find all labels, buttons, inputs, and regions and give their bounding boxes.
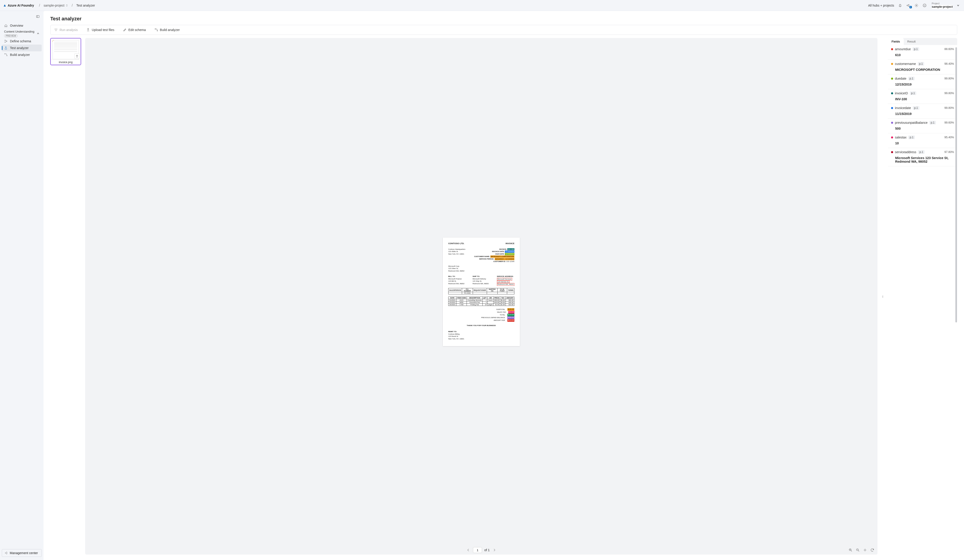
fields-list[interactable]: amountdue p.1 88.60% 610 customername p.… bbox=[888, 45, 957, 555]
svg-point-9 bbox=[7, 55, 7, 56]
build-analyzer-button[interactable]: Build analyzer bbox=[153, 27, 181, 32]
field-row[interactable]: salestax p.1 95.40% 10 bbox=[888, 133, 957, 148]
doc-remit: REMIT TO:Contoso Billing123 Remit StNew … bbox=[448, 331, 515, 340]
rotate-icon[interactable] bbox=[870, 548, 874, 552]
smile-icon[interactable] bbox=[922, 3, 927, 8]
nav-define-schema-label: Define schema bbox=[10, 39, 31, 43]
field-name: salestax bbox=[895, 136, 907, 139]
page-of-label: of 1 bbox=[484, 548, 490, 552]
field-value: 12/15/2019 bbox=[895, 83, 954, 86]
svg-point-8 bbox=[5, 54, 5, 54]
flow-icon bbox=[155, 28, 158, 32]
document-viewer: CONTOSO LTD. INVOICE Contoso Headquarter… bbox=[85, 38, 878, 555]
thumb-column: invoice.png bbox=[50, 38, 81, 555]
page-input[interactable] bbox=[473, 547, 482, 553]
doc-totals: SUBTOTAL$100.00 SALES TAX$10.00 TOTAL$11… bbox=[448, 308, 515, 322]
file-thumb[interactable]: invoice.png bbox=[50, 38, 81, 65]
run-analysis-label: Run analysis bbox=[60, 28, 78, 32]
breadcrumb-page: Test analyzer bbox=[75, 3, 96, 8]
breadcrumb-project[interactable]: sample-project bbox=[42, 3, 70, 8]
zoom-in-icon[interactable] bbox=[848, 548, 853, 552]
fit-icon[interactable] bbox=[863, 548, 867, 552]
doc-thanks: THANK YOU FOR YOUR BUSINESS! bbox=[448, 325, 515, 326]
collapse-sidebar-icon[interactable] bbox=[35, 14, 40, 19]
doc-invoice-label: INVOICE bbox=[506, 242, 515, 245]
field-name: previousunpaidbalance bbox=[895, 121, 928, 125]
megaphone-icon[interactable]: 1 bbox=[906, 3, 910, 8]
toolbar: Run analysis Upload test files Edit sche… bbox=[50, 25, 957, 35]
splitter-handle[interactable]: || bbox=[881, 38, 884, 555]
breadcrumb-page-label: Test analyzer bbox=[77, 3, 95, 7]
upload-test-files-button[interactable]: Upload test files bbox=[85, 27, 116, 32]
svg-point-16 bbox=[865, 550, 865, 550]
project-picker[interactable]: Project sample-project bbox=[930, 1, 961, 10]
field-name: serviceaddress bbox=[895, 150, 916, 154]
delete-file-button[interactable] bbox=[74, 54, 80, 59]
field-color-dot bbox=[891, 107, 893, 109]
nav-test-analyzer[interactable]: Test analyzer bbox=[2, 45, 42, 51]
field-row[interactable]: amountdue p.1 88.60% 610 bbox=[888, 45, 957, 60]
svg-rect-4 bbox=[36, 15, 39, 18]
field-name: duedate bbox=[895, 77, 907, 80]
nav-section-content-understanding[interactable]: Content Understanding PREVIEW bbox=[2, 29, 42, 38]
field-page-badge: p.1 bbox=[929, 121, 936, 125]
gear-icon[interactable] bbox=[914, 3, 919, 8]
pencil-icon bbox=[123, 28, 127, 32]
field-confidence: 97.80% bbox=[944, 151, 954, 154]
brand[interactable]: Azure AI Foundry bbox=[3, 3, 34, 7]
build-analyzer-label: Build analyzer bbox=[160, 28, 180, 32]
viewer-footer: of 1 bbox=[85, 545, 878, 555]
field-row[interactable]: duedate p.1 99.80% 12/15/2019 bbox=[888, 75, 957, 89]
zoom-out-icon[interactable] bbox=[856, 548, 860, 552]
main: Test analyzer Run analysis Upload test f… bbox=[44, 11, 964, 560]
doc-company: CONTOSO LTD. bbox=[448, 242, 464, 245]
field-name: invoicedate bbox=[895, 106, 911, 110]
edit-schema-button[interactable]: Edit schema bbox=[122, 27, 147, 32]
svg-rect-10 bbox=[55, 29, 56, 30]
field-page-badge: p.1 bbox=[918, 150, 925, 154]
page-next-button[interactable] bbox=[492, 547, 497, 552]
nav-build-analyzer[interactable]: Build analyzer bbox=[2, 51, 42, 58]
field-row[interactable]: customername p.1 98.40% MICROSOFT CORPOR… bbox=[888, 60, 957, 75]
nav-management-center-label: Management center bbox=[10, 551, 38, 555]
brand-label: Azure AI Foundry bbox=[8, 3, 34, 7]
scrollbar[interactable] bbox=[956, 47, 957, 322]
section-label: Content Understanding bbox=[4, 30, 34, 34]
play-icon bbox=[54, 28, 58, 32]
page-prev-button[interactable] bbox=[466, 547, 471, 552]
doc-meta: INVOICE: INV-100 INVOICE DATE: 11/15/201… bbox=[474, 248, 515, 263]
nav-overview[interactable]: Overview bbox=[2, 22, 42, 29]
tab-fields[interactable]: Fields bbox=[888, 38, 904, 45]
field-value: 500 bbox=[895, 127, 954, 130]
field-row[interactable]: invoiceID p.1 99.80% INV-100 bbox=[888, 89, 957, 104]
breadcrumb-sep: / bbox=[72, 3, 72, 8]
field-color-dot bbox=[891, 122, 893, 124]
exit-icon bbox=[4, 552, 8, 555]
doc-customer-block: Microsoft Corp123 Other St,Redmond WA, 9… bbox=[448, 265, 515, 273]
preview-badge: PREVIEW bbox=[4, 34, 18, 37]
field-row[interactable]: invoicedate p.1 99.80% 11/15/2019 bbox=[888, 104, 957, 118]
all-hubs-link[interactable]: All hubs + projects bbox=[868, 3, 894, 7]
field-row[interactable]: previousunpaidbalance p.1 99.60% 500 bbox=[888, 118, 957, 133]
doc-ship-to: SHIP TO:Microsoft Delivery123 Ship St,Re… bbox=[472, 275, 489, 286]
field-name: invoiceID bbox=[895, 91, 908, 95]
nav-define-schema[interactable]: Define schema bbox=[2, 38, 42, 45]
field-value: Microsoft Services 123 Service St, Redmo… bbox=[895, 156, 954, 163]
panel-tabs: Fields Result bbox=[888, 38, 957, 45]
chevron-updown-icon bbox=[66, 4, 68, 6]
field-name: customername bbox=[895, 62, 916, 66]
field-page-badge: p.1 bbox=[908, 77, 915, 80]
svg-rect-11 bbox=[56, 29, 57, 30]
field-row[interactable]: serviceaddress p.1 97.80% Microsoft Serv… bbox=[888, 148, 957, 166]
field-page-badge: p.1 bbox=[908, 136, 915, 139]
tab-result[interactable]: Result bbox=[904, 38, 919, 45]
viewer-tools bbox=[848, 548, 874, 552]
field-confidence: 98.40% bbox=[944, 62, 954, 65]
viewer-canvas[interactable]: CONTOSO LTD. INVOICE Contoso Headquarter… bbox=[85, 38, 878, 545]
field-name: amountdue bbox=[895, 47, 911, 51]
trash-icon bbox=[75, 55, 78, 58]
svg-point-0 bbox=[916, 5, 917, 6]
bell-icon[interactable] bbox=[898, 3, 902, 8]
nav-management-center[interactable]: Management center bbox=[2, 549, 42, 557]
field-value: 11/15/2019 bbox=[895, 112, 954, 115]
